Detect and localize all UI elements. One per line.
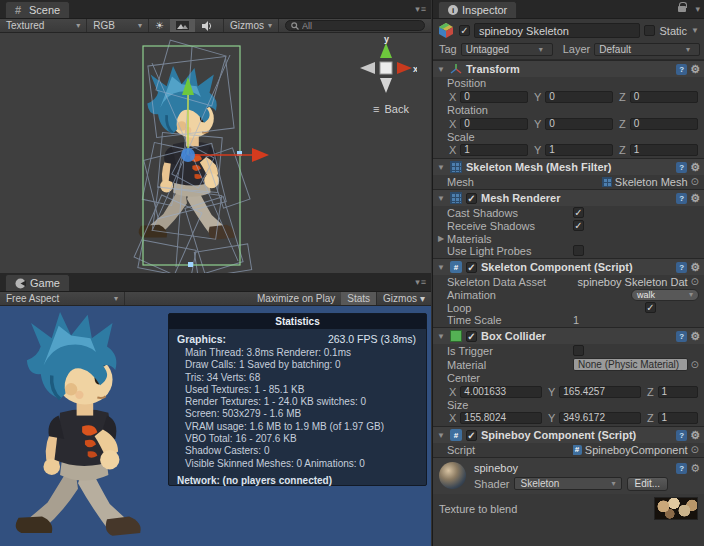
tab-inspector[interactable]: i Inspector <box>438 1 517 18</box>
gear-icon[interactable]: ⚙ <box>690 162 700 173</box>
foldout-icon[interactable]: ▼ <box>437 263 446 272</box>
skeleton-component-enabled-checkbox[interactable]: ✓ <box>466 262 477 273</box>
help-icon[interactable]: ? <box>676 193 687 204</box>
foldout-icon[interactable]: ▼ <box>437 194 446 203</box>
mesh-renderer-header[interactable]: ▼ ✓ Mesh Renderer ? ⚙ <box>433 190 704 206</box>
scene-panel-menu-icon[interactable]: ▾≡ <box>415 4 427 14</box>
gear-icon[interactable]: ⚙ <box>690 64 700 75</box>
box-collider-header[interactable]: ▼ ✓ Box Collider ? ⚙ <box>433 328 704 344</box>
help-icon[interactable]: ? <box>676 262 687 273</box>
box-collider-enabled-checkbox[interactable]: ✓ <box>466 331 477 342</box>
object-picker-icon[interactable]: ⊙ <box>691 276 699 287</box>
is-trigger-checkbox[interactable] <box>573 345 584 356</box>
shader-edit-button[interactable]: Edit... <box>627 477 669 491</box>
foldout-icon[interactable]: ▼ <box>437 65 446 74</box>
use-light-probes-checkbox[interactable] <box>573 245 584 256</box>
center-y-field[interactable]: 165.4257 <box>559 386 641 398</box>
color-mode-dropdown[interactable]: RGB▾ <box>87 19 149 32</box>
help-icon[interactable]: ? <box>676 162 687 173</box>
center-x-field[interactable]: 4.001633 <box>460 386 542 398</box>
position-y-field[interactable]: 0 <box>545 91 613 103</box>
rotation-x-field[interactable]: 0 <box>460 118 528 130</box>
materials-foldout-icon[interactable]: ▶ <box>438 234 447 243</box>
active-checkbox[interactable]: ✓ <box>459 25 470 36</box>
help-icon[interactable]: ? <box>676 463 687 474</box>
scale-z-field[interactable]: 1 <box>630 144 698 156</box>
game-viewport[interactable]: Statistics Graphics: 263.0 FPS (3.8ms) M… <box>0 306 431 546</box>
help-icon[interactable]: ? <box>676 430 687 441</box>
scale-y-field[interactable]: 1 <box>545 144 613 156</box>
chevron-down-icon: ▾ <box>612 479 616 488</box>
foldout-icon[interactable]: ▼ <box>437 163 446 172</box>
position-z-field[interactable]: 0 <box>630 91 698 103</box>
script-object-field[interactable]: # SpineboyComponent ⊙ <box>573 444 699 456</box>
lighting-toggle-button[interactable]: ☀ <box>149 19 170 32</box>
cast-shadows-checkbox[interactable]: ✓ <box>573 207 584 218</box>
gear-icon[interactable]: ⚙ <box>690 262 700 273</box>
stats-toggle-button[interactable]: Stats <box>341 292 376 305</box>
object-picker-icon[interactable]: ⊙ <box>691 176 699 187</box>
mesh-object-field[interactable]: Skeleton Mesh ⊙ <box>573 176 699 188</box>
help-icon[interactable]: ? <box>676 331 687 342</box>
aspect-dropdown[interactable]: Free Aspect▾ <box>0 292 125 305</box>
gear-icon[interactable]: ⚙ <box>690 193 700 204</box>
physic-material-field[interactable]: None (Physic Material) <box>573 358 688 371</box>
tag-dropdown[interactable]: Untagged▾ <box>461 43 553 56</box>
layer-dropdown[interactable]: Default▾ <box>594 43 700 56</box>
size-x-field[interactable]: 155.8024 <box>460 412 542 424</box>
transform-header[interactable]: ▼ Transform ? ⚙ <box>433 61 704 77</box>
position-x-field[interactable]: 0 <box>460 91 528 103</box>
mesh-renderer-enabled-checkbox[interactable]: ✓ <box>466 193 477 204</box>
foldout-icon[interactable]: ▼ <box>437 431 446 440</box>
loop-checkbox[interactable]: ✓ <box>645 302 656 313</box>
scene-gizmos-dropdown[interactable]: Gizmos▾ <box>223 19 279 32</box>
spineboy-component-enabled-checkbox[interactable]: ✓ <box>466 430 477 441</box>
scene-viewport[interactable]: y x ≡ Back <box>0 33 431 273</box>
maximize-on-play-button[interactable]: Maximize on Play <box>251 292 341 305</box>
material-preview-sphere[interactable] <box>439 462 466 489</box>
tab-scene[interactable]: # Scene <box>5 1 70 18</box>
spineboy-component-header[interactable]: ▼ # ✓ Spineboy Component (Script) ? ⚙ <box>433 427 704 443</box>
object-picker-icon[interactable]: ⊙ <box>691 444 699 455</box>
game-panel-menu-icon[interactable]: ▾≡ <box>415 277 427 287</box>
rotation-z-field[interactable]: 0 <box>630 118 698 130</box>
gear-icon[interactable]: ⚙ <box>690 331 700 342</box>
foldout-icon[interactable]: ▼ <box>437 332 446 341</box>
orientation-y-cone <box>380 43 392 58</box>
static-dropdown-icon[interactable]: ▼ <box>691 26 700 35</box>
center-z-field[interactable]: 1 <box>658 386 698 398</box>
skybox-toggle-button[interactable] <box>170 19 195 32</box>
size-z-field[interactable]: 1 <box>658 412 698 424</box>
texture-to-blend-label: Texture to blend <box>439 503 517 515</box>
shader-dropdown[interactable]: Skeleton ▾ <box>514 477 621 490</box>
mesh-filter-header[interactable]: ▼ Skeleton Mesh (Mesh Filter) ? ⚙ <box>433 159 704 175</box>
gameobject-name-field[interactable] <box>474 23 640 38</box>
skeleton-data-asset-field[interactable]: spineboy Skeleton Dat ⊙ <box>573 276 699 288</box>
inspector-panel-menu-icon[interactable]: ▾ <box>695 4 701 14</box>
lock-icon[interactable] <box>678 6 686 12</box>
time-scale-value[interactable]: 1 <box>573 314 579 326</box>
size-y-field[interactable]: 349.6172 <box>559 412 641 424</box>
chevron-down-icon: ▾ <box>138 21 142 30</box>
chevron-down-icon: ▾ <box>114 294 118 303</box>
scene-search-input[interactable] <box>302 21 419 31</box>
speaker-icon <box>201 21 213 31</box>
rotation-y-field[interactable]: 0 <box>545 118 613 130</box>
tab-game[interactable]: Game <box>5 274 70 291</box>
scale-x-field[interactable]: 1 <box>460 144 528 156</box>
receive-shadows-checkbox[interactable]: ✓ <box>573 220 584 231</box>
animation-dropdown[interactable]: walk ▾ <box>631 289 699 301</box>
static-checkbox[interactable] <box>644 25 655 36</box>
audio-toggle-button[interactable] <box>195 19 219 32</box>
help-icon[interactable]: ? <box>676 64 687 75</box>
gear-icon[interactable]: ⚙ <box>690 430 700 441</box>
object-picker-icon[interactable]: ⊙ <box>691 359 699 370</box>
gear-icon[interactable]: ⚙ <box>690 463 700 474</box>
view-direction-label[interactable]: ≡ Back <box>373 103 409 115</box>
game-gizmos-dropdown[interactable]: Gizmos▾ <box>376 292 431 305</box>
draw-mode-dropdown[interactable]: Textured▾ <box>0 19 87 32</box>
texture-thumbnail[interactable] <box>654 497 698 520</box>
position-label: Position <box>433 77 704 89</box>
skeleton-component-header[interactable]: ▼ # ✓ Skeleton Component (Script) ? ⚙ <box>433 259 704 275</box>
scene-orientation-gizmo[interactable]: y x <box>355 37 417 99</box>
